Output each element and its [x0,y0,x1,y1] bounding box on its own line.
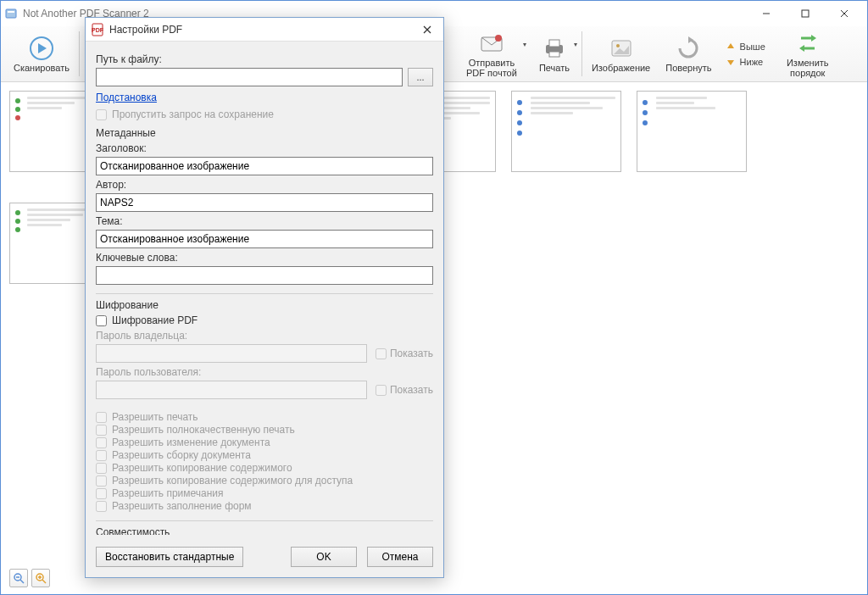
perm-fullprint-checkbox [96,425,107,436]
toolbar-separator [79,31,80,76]
scan-icon [28,35,55,62]
ok-button[interactable]: OK [291,547,357,567]
send-pdf-label: Отправить PDF почтой [462,58,521,78]
image-label: Изображение [592,63,650,73]
svg-text:PDF: PDF [92,27,104,33]
keywords-label: Ключевые слова: [96,252,433,264]
user-show-checkbox-row: Показать [376,384,433,396]
svg-rect-11 [549,40,559,47]
app-icon [4,7,18,20]
owner-pw-label: Пароль владельца: [96,330,433,342]
move-stack: Выше Ниже [720,28,771,80]
perm-assembly-checkbox [96,450,107,461]
svg-point-14 [616,44,620,47]
dialog-titlebar: PDF Настройки PDF [86,18,443,42]
dialog-footer: Восстановить стандартные OK Отмена [86,535,443,577]
skip-save-label: Пропустить запрос на сохранение [112,108,274,120]
move-down-label: Ниже [740,57,764,67]
thumbnail[interactable] [637,91,747,172]
divider [96,293,433,294]
svg-marker-7 [38,43,47,53]
svg-point-9 [495,35,502,42]
keywords-input[interactable] [96,266,433,285]
author-input[interactable] [96,193,433,212]
perm-modify-checkbox [96,437,107,448]
author-label: Автор: [96,179,433,191]
maximize-button[interactable] [786,1,825,26]
title-label: Заголовок: [96,142,433,154]
image-icon [608,35,635,62]
skip-save-checkbox [96,109,107,120]
dialog-title: Настройки PDF [109,24,416,36]
zoom-controls [9,569,50,587]
subject-input[interactable] [96,230,433,248]
move-down-button[interactable]: Ниже [725,56,765,68]
dialog-close-button[interactable] [416,20,438,39]
title-input[interactable] [96,157,433,175]
user-pw-input [96,381,367,399]
arrow-up-icon [725,41,737,53]
zoom-out-button[interactable] [9,569,28,587]
divider [96,520,433,521]
svg-line-21 [20,580,24,583]
user-show-checkbox [376,385,387,396]
perm-copy-checkbox [96,463,107,474]
path-input[interactable] [96,68,403,86]
pdf-settings-dialog: PDF Настройки PDF Путь к файлу: ... Подс… [85,17,444,578]
svg-rect-12 [549,52,559,57]
owner-show-checkbox [376,348,387,359]
svg-marker-16 [727,43,734,48]
compat-section-label: Совместимость [96,526,433,535]
mail-icon [478,30,505,57]
chevron-down-icon: ▾ [574,41,577,48]
arrow-down-icon [725,56,737,68]
reorder-label: Изменить порядок [778,58,837,78]
svg-marker-17 [727,60,734,65]
scan-button[interactable]: Сканировать [6,28,77,80]
rotate-label: Повернуть [665,63,711,73]
move-up-button[interactable]: Выше [725,41,765,53]
perm-annot-checkbox [96,488,107,499]
encrypt-checkbox[interactable] [96,315,107,326]
thumbnail[interactable] [511,91,621,172]
reorder-button[interactable]: Изменить порядок [771,28,845,80]
svg-line-24 [42,580,46,583]
scan-label: Сканировать [14,63,70,73]
owner-show-checkbox-row: Показать [376,348,433,359]
user-pw-label: Пароль пользователя: [96,366,433,378]
dialog-body: Путь к файлу: ... Подстановка Пропустить… [86,42,443,535]
print-button[interactable]: Печать ▾ [529,28,580,80]
rotate-button[interactable]: Повернуть [658,28,719,80]
svg-marker-19 [799,45,804,52]
encrypt-label: Шифрование PDF [112,314,198,326]
send-pdf-button[interactable]: Отправить PDF почтой ▾ [454,28,529,80]
path-label: Путь к файлу: [96,53,433,65]
svg-rect-3 [802,10,809,17]
close-button[interactable] [825,1,864,26]
chevron-down-icon: ▾ [523,41,526,48]
skip-save-checkbox-row: Пропустить запрос на сохранение [96,108,433,120]
perm-forms-checkbox [96,501,107,512]
printer-icon [541,35,568,62]
reorder-icon [794,30,821,57]
window-controls [747,1,864,26]
pdf-icon: PDF [91,23,104,36]
svg-marker-18 [811,35,816,42]
encryption-section-label: Шифрование [96,299,433,311]
svg-rect-0 [6,9,16,18]
restore-defaults-button[interactable]: Восстановить стандартные [96,547,243,567]
metadata-section-label: Метаданные [96,127,433,139]
owner-pw-input [96,344,367,363]
substitution-link[interactable]: Подстановка [96,92,157,103]
cancel-button[interactable]: Отмена [367,547,433,567]
subject-label: Тема: [96,215,433,227]
toolbar-separator [581,31,582,76]
encrypt-checkbox-row[interactable]: Шифрование PDF [96,314,433,326]
minimize-button[interactable] [747,1,786,26]
zoom-in-button[interactable] [31,569,50,587]
browse-button[interactable]: ... [408,68,433,86]
image-button[interactable]: Изображение [584,28,658,80]
rotate-icon [675,35,702,62]
perm-print-checkbox [96,412,107,423]
move-up-label: Выше [740,42,765,52]
